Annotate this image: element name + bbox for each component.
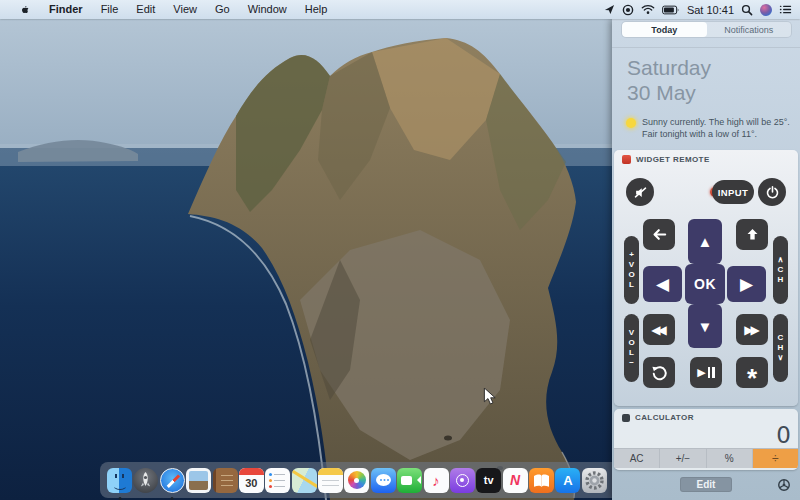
dock-icon-contacts[interactable] [213, 468, 238, 493]
dock-icon-maps[interactable] [292, 468, 317, 493]
dock-icon-launchpad[interactable] [133, 468, 158, 493]
dpad-up-button[interactable]: ▲ [688, 219, 722, 264]
volume-up-button[interactable]: +VOL [624, 236, 639, 304]
music-note-glyph: ♪ [424, 468, 449, 493]
menu-bar: Finder File Edit View Go Window Help Sat… [0, 0, 800, 19]
sun-icon [626, 118, 636, 128]
dock-icon-system-preferences[interactable] [582, 468, 607, 493]
home-button[interactable] [736, 219, 768, 250]
dock-icon-photos[interactable] [344, 468, 369, 493]
dock-icon-calendar[interactable]: 30 [239, 468, 264, 493]
notification-center-panel: Today Notifications Saturday 30 May Sunn… [612, 19, 800, 500]
back-button[interactable] [643, 219, 675, 250]
play-pause-button[interactable]: ▶ [690, 357, 722, 388]
pause-glyph [708, 367, 715, 378]
play-glyph: ▶ [697, 366, 705, 379]
screen-recording-stop-icon[interactable] [622, 4, 634, 16]
menu-bar-clock[interactable]: Sat 10:41 [687, 4, 734, 16]
notification-center-icon[interactable] [779, 4, 792, 15]
dock-icon-safari[interactable] [160, 468, 185, 493]
calendar-day-label: 30 [239, 474, 264, 493]
dpad-right-button[interactable]: ▶ [727, 266, 766, 302]
weather-summary: Sunny currently. The high will be 25°. F… [626, 116, 792, 140]
apple-menu-icon[interactable] [10, 3, 40, 17]
power-button[interactable] [758, 178, 786, 206]
weather-text: Sunny currently. The high will be 25°. F… [642, 116, 792, 140]
channel-down-button[interactable]: CH∨ [773, 314, 788, 382]
spotlight-search-icon[interactable] [741, 4, 753, 16]
menu-help[interactable]: Help [296, 0, 337, 19]
battery-icon[interactable] [662, 5, 680, 15]
asterisk-button[interactable]: * [736, 357, 768, 388]
calculator-buttons-row: AC +/− % ÷ [614, 448, 798, 468]
menu-edit[interactable]: Edit [127, 0, 164, 19]
dock-icon-notes[interactable] [318, 468, 343, 493]
rewind-button[interactable]: ◀◀ [643, 314, 675, 345]
calculator-card: CALCULATOR 0 AC +/− % ÷ [614, 409, 798, 470]
channel-up-button[interactable]: ∧CH [773, 236, 788, 304]
news-glyph: N [503, 468, 528, 493]
calculator-title: CALCULATOR [635, 413, 694, 422]
dock-icon-music[interactable]: ♪ [424, 468, 449, 493]
notification-settings-gear-icon[interactable] [777, 478, 791, 496]
dock-icon-podcasts[interactable] [450, 468, 475, 493]
dock-icon-facetime[interactable] [397, 468, 422, 493]
dock-icon-tv[interactable]: tv [476, 468, 501, 493]
dock-icon-messages[interactable] [371, 468, 396, 493]
widget-remote-app-icon [622, 155, 631, 164]
calc-ac-button[interactable]: AC [614, 449, 660, 468]
dock-icon-news[interactable]: N [503, 468, 528, 493]
menu-go[interactable]: Go [206, 0, 239, 19]
wifi-icon[interactable] [641, 4, 655, 15]
appstore-glyph: A [555, 468, 580, 493]
volume-down-button[interactable]: VOL− [624, 314, 639, 382]
dock: 30 ♪ tv N A [100, 462, 614, 498]
date-weekday: Saturday [627, 55, 711, 80]
tabs-divider [612, 47, 800, 48]
ok-button[interactable]: OK [685, 264, 725, 304]
today-notifications-tabs: Today Notifications [622, 22, 791, 37]
calculator-header: CALCULATOR [614, 409, 798, 422]
calc-plusminus-button[interactable]: +/− [660, 449, 706, 468]
remote-button-grid: +VOL VOL− ∧CH CH∨ ▲ ◀ OK ▶ ▼ ◀◀ ▶▶ [624, 219, 788, 388]
dock-icon-reminders[interactable] [265, 468, 290, 493]
dock-icon-finder[interactable] [107, 468, 132, 493]
edit-widgets-button[interactable]: Edit [680, 477, 732, 492]
widget-remote-title: WIDGET REMOTE [636, 155, 710, 164]
widget-remote-card: WIDGET REMOTE INPUT +VOL VOL− ∧CH CH∨ [614, 150, 798, 406]
dpad-left-button[interactable]: ◀ [643, 266, 682, 302]
menu-file[interactable]: File [92, 0, 128, 19]
calculator-display: 0 [614, 422, 798, 448]
asterisk-glyph: * [747, 363, 757, 394]
calc-percent-button[interactable]: % [707, 449, 753, 468]
tab-notifications[interactable]: Notifications [707, 22, 792, 37]
mute-button[interactable] [626, 178, 654, 206]
tv-glyph: tv [476, 468, 501, 493]
menu-view[interactable]: View [164, 0, 206, 19]
widget-remote-header: WIDGET REMOTE [614, 150, 798, 164]
panel-bottom-bar: Edit [612, 476, 800, 496]
menu-app-name[interactable]: Finder [40, 0, 92, 19]
date-day-month: 30 May [627, 80, 696, 105]
mouse-cursor [483, 388, 497, 406]
desktop: Finder File Edit View Go Window Help Sat… [0, 0, 800, 500]
location-icon[interactable] [604, 4, 615, 15]
tab-today[interactable]: Today [622, 22, 707, 37]
dock-icon-books[interactable] [529, 468, 554, 493]
calculator-app-icon [622, 414, 630, 422]
siri-icon[interactable] [760, 4, 772, 16]
menu-window[interactable]: Window [239, 0, 296, 19]
replay-button[interactable] [643, 357, 675, 388]
calc-divide-button[interactable]: ÷ [753, 449, 798, 468]
dock-icon-preview[interactable] [186, 468, 211, 493]
dock-icon-appstore[interactable]: A [555, 468, 580, 493]
fast-forward-button[interactable]: ▶▶ [736, 314, 768, 345]
dpad-down-button[interactable]: ▼ [688, 304, 722, 348]
input-button[interactable]: INPUT [712, 180, 754, 204]
